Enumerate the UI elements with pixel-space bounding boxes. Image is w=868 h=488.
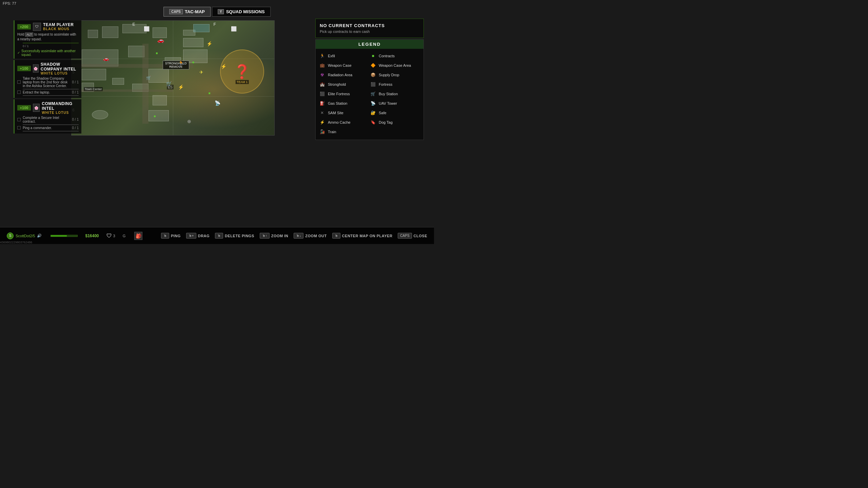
- map-supply-icon: 🛒: [146, 76, 151, 80]
- legend-supply-drop-label: Supply Drop: [379, 73, 399, 77]
- obj-text-3-1: Complete a Secure Intel contract.: [23, 116, 70, 123]
- legend-weapon-case-label: Weapon Case: [328, 63, 352, 67]
- tac-map[interactable]: E F 4 5 6 ❓ TEAM 1: [71, 20, 275, 136]
- dog-tag-icon: 🔖: [370, 119, 376, 125]
- ping-label: PING: [171, 234, 181, 238]
- health-bar: [51, 235, 78, 237]
- legend-uav-tower: 📡 UAV Tower: [370, 100, 420, 106]
- legend-elite-fortress: ⬛ Elite Fortress: [319, 91, 369, 97]
- obj-progress-2-2: 0 / 1: [72, 90, 79, 94]
- contracts-box: NO CURRENT CONTRACTS Pick up contracts t…: [315, 19, 424, 38]
- obj-text-2-1: Take the Shadow Company laptop from the …: [23, 77, 70, 88]
- mission-faction-2: WHITE LOTUS: [41, 72, 79, 75]
- obj-checkbox-2-2: [17, 90, 21, 94]
- coord-f: F: [214, 22, 216, 27]
- mission-bonus-1: +200: [17, 24, 31, 29]
- player-cash: $16400: [85, 233, 99, 238]
- weapon-case-area-icon: 🔶: [370, 62, 376, 68]
- zoom-in-key: 🖱↑: [260, 233, 270, 239]
- volume-icon: 🔊: [37, 233, 42, 238]
- backpack-icon: 🎒: [134, 232, 142, 240]
- legend-uav-tower-label: UAV Tower: [379, 101, 397, 105]
- close-label: CLOSE: [414, 234, 427, 238]
- mission-success-1: ✓ Successfully assimilate with another s…: [17, 49, 79, 57]
- legend-dog-tag: 🔖 Dog Tag: [370, 119, 420, 125]
- plates-count: 3: [113, 234, 115, 238]
- close-button[interactable]: CAPS CLOSE: [398, 233, 427, 239]
- player-avatar: S: [7, 232, 14, 239]
- map-icon-fortress2: ⬜: [144, 26, 150, 32]
- mission-obj-3-2: Ping a commander. 0 / 1: [17, 126, 79, 130]
- map-vehicle-icon: 🚗: [103, 56, 109, 61]
- delete-pings-button[interactable]: 🖱 DELETE PINGS: [215, 233, 254, 239]
- zoom-out-button[interactable]: 🖱↓ ZOOM OUT: [294, 233, 327, 239]
- uav-tower-icon: 📡: [370, 100, 376, 106]
- legend-safe: 🔐 Safe: [370, 110, 420, 116]
- legend-box: LEGEND 🏃 Exfil ■ Contracts 💼 Weapon Case…: [315, 39, 424, 140]
- legend-exfil: 🏃 Exfil: [319, 53, 369, 59]
- obj-checkbox-3-1: [17, 118, 21, 121]
- mission-faction-1: BLACK MOUS: [43, 27, 74, 31]
- obj-progress-3-1: 0 / 1: [72, 118, 79, 121]
- legend-sam-site: ✕ SAM Site: [319, 110, 369, 116]
- tac-map-button[interactable]: CAPS TAC-MAP: [163, 7, 211, 17]
- mission-icon-2: 🌸: [33, 64, 39, 73]
- mission-obj-3-1: Complete a Secure Intel contract. 0 / 1: [17, 116, 79, 123]
- squad-missions-button[interactable]: Y SQUAD MISSIONS: [212, 7, 271, 17]
- seed-display: 4369802229803762486: [0, 241, 32, 244]
- fps-display: FPS: 77: [3, 1, 16, 5]
- legend-stronghold: 🏰 Stronghold: [319, 81, 369, 87]
- fortress-icon: ⬛: [370, 81, 376, 87]
- legend-fortress: ⬛ Fortress: [370, 81, 420, 87]
- contracts-subtitle: Pick up contracts to earn cash: [320, 29, 419, 34]
- map-background: E F 4 5 6 ❓ TEAM 1: [72, 21, 274, 135]
- safe-icon: 🔐: [370, 110, 376, 116]
- map-safe-icon: ⊕: [187, 119, 191, 124]
- fps-label: FPS:: [3, 1, 11, 5]
- mission-title-2: SHADOW COMPANY INTEL: [41, 62, 79, 72]
- fps-value: 77: [12, 1, 16, 5]
- mission-shadow-company: +100 🌸 SHADOW COMPANY INTEL WHITE LOTUS …: [14, 60, 81, 98]
- drag-button[interactable]: 🖱+ DRAG: [186, 233, 210, 239]
- legend-train-label: Train: [328, 130, 336, 134]
- delete-pings-label: DELETE PINGS: [225, 234, 254, 238]
- map-ammo-icon2: ⚡: [221, 64, 226, 69]
- ping-key: 🖱: [161, 233, 169, 239]
- ammo-cache-icon: ⚡: [319, 119, 325, 125]
- bottom-bar: S ScottDot2/5 🔊 $16400 🛡 3 G 🎒 🖱 PING 🖱+…: [0, 227, 434, 244]
- map-exfil-icon: 🏃: [178, 60, 184, 66]
- map-buy-icon: 🛒: [166, 81, 172, 86]
- top-navigation: CAPS TAC-MAP Y SQUAD MISSIONS: [163, 7, 271, 17]
- drag-label: DRAG: [198, 234, 210, 238]
- zoom-in-button[interactable]: 🖱↑ ZOOM IN: [260, 233, 289, 239]
- right-panel: NO CURRENT CONTRACTS Pick up contracts t…: [315, 19, 424, 140]
- legend-elite-fortress-label: Elite Fortress: [328, 92, 350, 96]
- legend-train: 🚂 Train: [319, 129, 369, 135]
- center-map-button[interactable]: 🖱 CENTER MAP ON PLAYER: [332, 233, 393, 239]
- legend-fortress-label: Fortress: [379, 82, 392, 86]
- legend-gas-station-label: Gas Station: [328, 101, 347, 105]
- center-map-label: CENTER MAP ON PLAYER: [342, 234, 393, 238]
- legend-sam-site-label: SAM Site: [328, 111, 343, 115]
- mission-title-1: TEAM PLAYER: [43, 22, 74, 27]
- contracts-icon: ■: [370, 53, 376, 59]
- legend-weapon-case-area-label: Weapon Case Area: [379, 63, 411, 67]
- mission-obj-2-2: Extract the laptop. 0 / 1: [17, 90, 79, 94]
- map-icon-fortress1: ⬜: [231, 26, 237, 32]
- legend-ammo-cache: ⚡ Ammo Cache: [319, 119, 369, 125]
- map-vehicle-icon2: 🚗: [157, 37, 164, 43]
- mission-desc-1: Hold ALT to request to assimilate with a…: [17, 32, 79, 41]
- legend-contracts-label: Contracts: [379, 54, 395, 58]
- gas-station-icon: ⛽: [319, 100, 325, 106]
- legend-buy-station: 🛒 Buy Station: [370, 91, 420, 97]
- player-plates: 🛡 3: [106, 233, 115, 239]
- legend-supply-drop: 📦 Supply Drop: [370, 72, 420, 78]
- mission-bonus-2: +100: [17, 66, 31, 71]
- map-plane-icon: ✈: [199, 69, 203, 75]
- map-contract-icon4: ■: [154, 114, 156, 118]
- close-key: CAPS: [398, 233, 412, 239]
- obj-checkbox-2-1: [17, 80, 21, 84]
- legend-contracts: ■ Contracts: [370, 53, 420, 59]
- ping-button[interactable]: 🖱 PING: [161, 233, 181, 239]
- missions-panel: +200 🛡 TEAM PLAYER BLACK MOUS Hold ALT t…: [14, 20, 81, 135]
